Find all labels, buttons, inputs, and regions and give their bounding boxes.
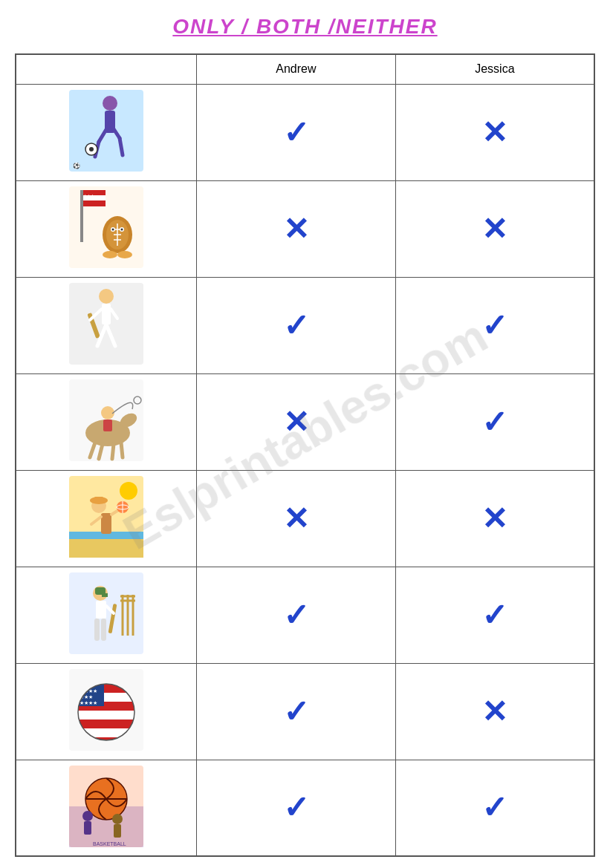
svg-rect-50: [69, 539, 143, 558]
svg-rect-98: [114, 824, 121, 838]
svg-rect-45: [103, 420, 112, 431]
svg-point-1: [103, 96, 117, 111]
jessica-header: Jessica: [395, 54, 594, 84]
jessica-mark-row-7: ✕: [395, 663, 594, 760]
table-row: BASKETBALL ✓✓: [16, 760, 594, 856]
main-table: Andrew Jessica ⚽ ✓✕ ★★★: [15, 53, 595, 857]
svg-rect-72: [101, 619, 106, 641]
svg-point-97: [112, 814, 123, 824]
svg-text:★★★★: ★★★★: [80, 700, 97, 705]
sport-image-field-hockey: [16, 567, 196, 663]
svg-rect-53: [94, 497, 103, 503]
andrew-header: Andrew: [196, 54, 395, 84]
image-header: [16, 54, 196, 84]
table-row: ✕✓: [16, 373, 594, 470]
andrew-mark-row-6: ✓: [196, 567, 395, 663]
jessica-mark-row-4: ✓: [395, 373, 594, 470]
svg-point-28: [117, 251, 132, 258]
andrew-mark-row-3: ✓: [196, 277, 395, 373]
table-row: ✓✓: [16, 567, 594, 663]
header-row: Andrew Jessica: [16, 54, 594, 84]
table-row: ★★★★ ★★★ ★★★★ ✓✕: [16, 663, 594, 760]
sport-image-american-ball: ★★★★ ★★★ ★★★★: [16, 663, 196, 760]
jessica-mark-row-3: ✓: [395, 277, 594, 373]
svg-rect-15: [83, 200, 106, 206]
jessica-mark-row-6: ✓: [395, 567, 594, 663]
svg-text:BASKETBALL: BASKETBALL: [93, 841, 126, 846]
andrew-mark-row-5: ✕: [196, 470, 395, 567]
table-row: ✕✕: [16, 470, 594, 567]
svg-line-42: [112, 444, 114, 459]
svg-line-43: [121, 443, 123, 457]
svg-rect-68: [102, 593, 108, 597]
svg-rect-96: [84, 821, 91, 835]
svg-rect-54: [101, 513, 111, 534]
svg-point-26: [120, 229, 123, 231]
andrew-mark-row-2: ✕: [196, 180, 395, 277]
jessica-mark-row-8: ✓: [395, 760, 594, 856]
andrew-mark-row-7: ✓: [196, 663, 395, 760]
svg-text:★★★: ★★★: [83, 194, 94, 198]
svg-rect-69: [96, 601, 106, 619]
page-title: ONLY / BOTH /NEITHER: [15, 15, 595, 39]
andrew-mark-row-1: ✓: [196, 84, 395, 180]
svg-point-95: [82, 811, 93, 821]
jessica-mark-row-2: ✕: [395, 180, 594, 277]
table-row: ⚽ ✓✕: [16, 84, 594, 180]
jessica-mark-row-5: ✕: [395, 470, 594, 567]
sport-image-soccer: ⚽: [16, 84, 196, 180]
andrew-mark-row-8: ✓: [196, 760, 395, 856]
sport-image-basketball: BASKETBALL: [16, 760, 196, 856]
svg-point-27: [103, 251, 117, 258]
sport-image-american-football: ★★★: [16, 180, 196, 277]
svg-rect-81: [78, 719, 134, 728]
andrew-mark-row-4: ✕: [196, 373, 395, 470]
svg-point-8: [89, 147, 94, 151]
svg-point-30: [99, 289, 114, 304]
svg-rect-71: [94, 619, 100, 641]
svg-rect-31: [102, 304, 111, 324]
jessica-mark-row-1: ✕: [395, 84, 594, 180]
svg-text:⚽: ⚽: [73, 162, 80, 169]
svg-rect-80: [78, 711, 134, 719]
sport-image-horse-riding: [16, 373, 196, 470]
table-row: ★★★ ✕✕: [16, 180, 594, 277]
svg-point-25: [111, 229, 114, 231]
sport-image-beach-sport: [16, 470, 196, 567]
table-row: ✓✓: [16, 277, 594, 373]
sport-image-cricket: [16, 277, 196, 373]
svg-point-48: [120, 482, 137, 500]
